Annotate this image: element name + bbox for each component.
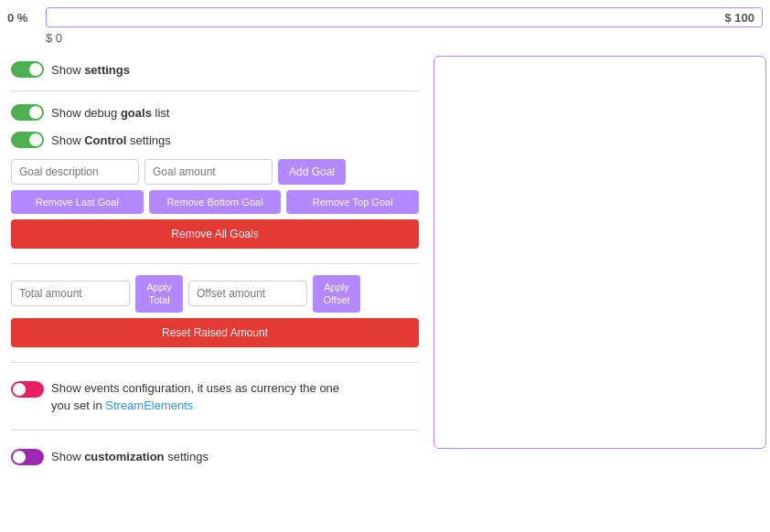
divider-4 bbox=[11, 430, 419, 431]
show-customization-toggle[interactable] bbox=[11, 449, 44, 465]
left-panel: Show settings Show debug goals list Show… bbox=[0, 50, 430, 482]
progress-goal-amount: $ 100 bbox=[724, 11, 754, 25]
reset-raised-button[interactable]: Reset Raised Amount bbox=[11, 318, 419, 347]
remove-goals-row: Remove Last Goal Remove Bottom Goal Remo… bbox=[11, 190, 419, 214]
show-debug-row: Show debug goals list bbox=[11, 99, 419, 126]
remove-all-goals-button[interactable]: Remove All Goals bbox=[11, 219, 419, 249]
show-debug-toggle[interactable] bbox=[11, 104, 44, 121]
remove-last-goal-button[interactable]: Remove Last Goal bbox=[11, 190, 144, 214]
show-settings-toggle[interactable] bbox=[11, 61, 44, 78]
amount-inputs-row: ApplyTotal ApplyOffset bbox=[11, 275, 419, 313]
remove-top-goal-button[interactable]: Remove Top Goal bbox=[286, 190, 419, 214]
main-layout: Show settings Show debug goals list Show… bbox=[0, 50, 770, 482]
show-events-toggle[interactable] bbox=[11, 381, 44, 398]
apply-offset-button[interactable]: ApplyOffset bbox=[313, 275, 360, 313]
show-debug-label: Show debug goals list bbox=[51, 106, 169, 120]
remove-bottom-goal-button[interactable]: Remove Bottom Goal bbox=[149, 190, 282, 214]
total-amount-input[interactable] bbox=[11, 281, 130, 306]
progress-percent: 0 % bbox=[7, 11, 40, 25]
apply-total-button[interactable]: ApplyTotal bbox=[135, 275, 183, 313]
right-panel bbox=[430, 50, 770, 482]
goal-inputs-row: Add Goal bbox=[11, 159, 419, 185]
show-control-toggle[interactable] bbox=[11, 132, 44, 148]
goal-amount-input[interactable] bbox=[144, 159, 273, 185]
progress-current-amount: $ 0 bbox=[0, 31, 770, 50]
show-customization-row: Show customization settings bbox=[11, 443, 419, 471]
show-control-label: Show Control settings bbox=[51, 133, 171, 147]
divider-2 bbox=[11, 263, 419, 264]
amount-section: ApplyTotal ApplyOffset Reset Raised Amou… bbox=[11, 275, 419, 347]
streamelements-link[interactable]: StreamElements bbox=[105, 399, 193, 412]
progress-bar-container: 0 % $ 100 bbox=[0, 0, 770, 31]
right-scrollable-area[interactable] bbox=[433, 56, 766, 449]
offset-amount-input[interactable] bbox=[188, 281, 307, 306]
divider-3 bbox=[11, 362, 419, 363]
add-goal-button[interactable]: Add Goal bbox=[278, 159, 346, 185]
customization-section: Show customization settings bbox=[11, 438, 419, 476]
divider-1 bbox=[11, 90, 419, 91]
events-section: Show events configuration, it uses as cu… bbox=[11, 374, 419, 420]
events-text: Show events configuration, it uses as cu… bbox=[51, 379, 339, 415]
show-customization-label: Show customization settings bbox=[51, 450, 209, 463]
progress-bar-outer: $ 100 bbox=[46, 7, 763, 27]
show-settings-row: Show settings bbox=[11, 56, 419, 83]
events-row: Show events configuration, it uses as cu… bbox=[11, 379, 419, 415]
goal-description-input[interactable] bbox=[11, 159, 139, 185]
show-control-row: Show Control settings bbox=[11, 126, 419, 154]
show-settings-label: Show settings bbox=[51, 63, 130, 77]
